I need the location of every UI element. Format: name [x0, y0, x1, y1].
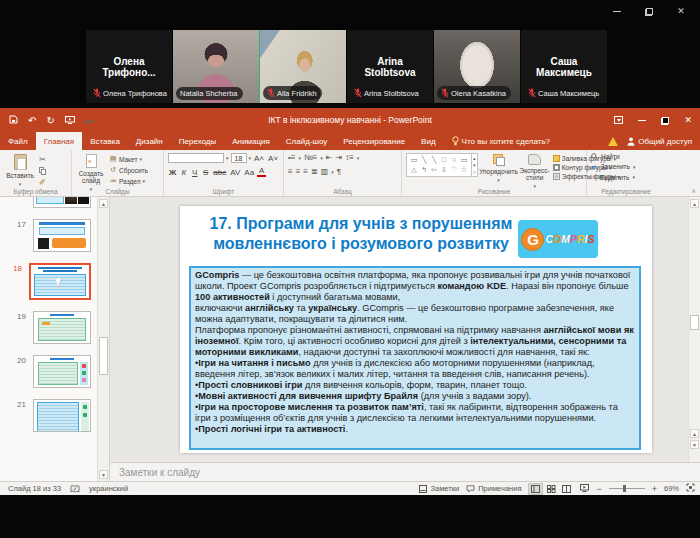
tab-Вставка[interactable]: Вставка [82, 132, 128, 150]
replace-button[interactable]: ab Заменить▾ [591, 163, 635, 170]
undo-icon[interactable]: ↶ [28, 115, 36, 126]
tab-Дизайн[interactable]: Дизайн [128, 132, 171, 150]
font-color-icon[interactable]: А [257, 167, 266, 177]
italic-icon[interactable]: К [179, 168, 188, 177]
shape-icon[interactable]: ⇦ [429, 165, 439, 175]
tab-Файл[interactable]: Файл [0, 132, 36, 150]
participant-tile[interactable]: Олена Трифоно...Олена Трифонова [86, 30, 173, 103]
columns-icon[interactable]: ▥ [321, 167, 329, 176]
font-size-input[interactable]: 18 [231, 153, 247, 163]
text-shadow-icon[interactable]: S [201, 168, 210, 177]
section-button[interactable]: ≔Раздел▾ [109, 177, 148, 185]
bullets-icon[interactable]: •≡ [288, 153, 295, 162]
strikethrough-icon[interactable]: abc [212, 168, 227, 177]
customize-qat-icon[interactable]: ▬▾ [85, 117, 94, 124]
shape-icon[interactable]: ↰ [419, 165, 429, 175]
slide-body-textbox[interactable]: GCompris — це безкоштовна освітня платфо… [189, 266, 641, 450]
shape-icon[interactable]: ☆ [459, 165, 469, 175]
notes-toggle[interactable]: Заметки [419, 484, 459, 493]
format-painter-icon[interactable]: ✐ [39, 178, 47, 187]
close-icon[interactable]: ✕ [674, 6, 688, 16]
decrease-indent-icon[interactable]: ⇤ [326, 153, 333, 162]
slide-thumbnail-21[interactable]: 21 [0, 399, 91, 432]
zoom-slider[interactable] [609, 488, 645, 489]
align-center-icon[interactable]: ≡ [296, 167, 301, 176]
find-button[interactable]: Найти [591, 153, 620, 160]
tell-me-box[interactable]: Что вы хотите сделать? [444, 132, 558, 150]
participant-tile[interactable]: Саша МаксимецьСаша Максимець [521, 30, 608, 103]
reading-view-icon[interactable] [560, 484, 573, 494]
ribbon-display-options-icon[interactable] [614, 116, 623, 124]
fit-slide-icon[interactable] [686, 483, 695, 494]
select-button[interactable]: ▻ Выделить▾ [591, 173, 635, 181]
shape-icon[interactable]: ▭ [459, 155, 469, 165]
next-slide-icon[interactable]: ▼ [690, 440, 699, 449]
previous-slide-icon[interactable]: ▲ [690, 429, 699, 438]
char-spacing-icon[interactable]: AV [229, 168, 241, 177]
comments-toggle[interactable]: Примечания [466, 484, 521, 493]
reset-button[interactable]: ↺Сбросить [109, 166, 148, 174]
tab-Анимация[interactable]: Анимация [224, 132, 278, 150]
slide-title[interactable]: 17. Програми для учнів з порушенням мовл… [196, 214, 526, 254]
underline-icon[interactable]: Ч [190, 168, 199, 177]
spell-check-icon[interactable] [70, 485, 80, 493]
justify-icon[interactable]: ≣ [311, 167, 318, 176]
zoom-slider-thumb[interactable] [623, 485, 626, 492]
tab-Переходы[interactable]: Переходы [171, 132, 225, 150]
tab-Слайд-шоу[interactable]: Слайд-шоу [278, 132, 335, 150]
quick-styles-button[interactable]: Экспресс-стили▾ [520, 153, 550, 190]
shape-icon[interactable]: ○ [449, 155, 459, 165]
warning-icon[interactable] [608, 137, 618, 146]
scrollbar-thumb[interactable] [690, 315, 699, 330]
notes-pane[interactable]: Заметки к слайду [110, 462, 700, 481]
tab-Вид[interactable]: Вид [413, 132, 443, 150]
text-direction-icon[interactable]: ¶ [337, 167, 341, 176]
cut-icon[interactable]: ✂ [39, 155, 47, 164]
zoom-out-icon[interactable]: − [596, 485, 601, 493]
paste-button[interactable]: Вставить▾ [4, 153, 36, 188]
slide-scrollbar[interactable]: ▲ ▲ ▼ [688, 197, 700, 462]
restore-icon[interactable] [642, 6, 656, 16]
slide-thumbnail-20[interactable]: 20 [0, 355, 91, 388]
copy-icon[interactable] [39, 167, 47, 175]
shape-icon[interactable]: ╲ [419, 155, 429, 165]
participant-tile[interactable]: Alla Fridrikh [260, 30, 347, 103]
slide-thumbnail-17[interactable]: 17 [0, 219, 91, 252]
save-icon[interactable] [9, 115, 18, 126]
scroll-up-icon[interactable]: ▲ [690, 199, 699, 208]
shapes-gallery-scroll[interactable]: ▴▾▿ [472, 153, 478, 177]
minimize-icon[interactable] [638, 115, 646, 125]
language-indicator[interactable]: украинский [89, 484, 128, 493]
restore-icon[interactable] [661, 115, 669, 125]
grow-font-icon[interactable]: A˄ [253, 154, 265, 163]
zoom-in-icon[interactable]: + [652, 485, 657, 493]
align-left-icon[interactable]: ≡ [288, 167, 293, 176]
increase-indent-icon[interactable]: ⇥ [335, 153, 342, 162]
slide-thumbnail-19[interactable]: 19 [0, 311, 91, 344]
font-name-input[interactable] [168, 153, 224, 163]
close-icon[interactable]: ✕ [684, 115, 692, 125]
slide-sorter-view-icon[interactable] [545, 484, 558, 494]
change-case-icon[interactable]: Аа [243, 168, 255, 177]
slideshow-view-icon[interactable] [580, 484, 589, 494]
align-right-icon[interactable]: ≡ [303, 167, 308, 176]
shape-icon[interactable]: □ [439, 155, 449, 165]
arrange-button[interactable]: Упорядочить▾ [481, 153, 517, 184]
collapse-ribbon-icon[interactable]: ∧ [692, 187, 696, 194]
zoom-level[interactable]: 69% [664, 484, 679, 493]
numbering-icon[interactable]: №≡ [304, 153, 317, 162]
slide-thumbnail[interactable] [0, 197, 91, 208]
participant-tile[interactable]: Natalia Shcherba [173, 30, 260, 103]
shapes-gallery[interactable]: ▭╲╲□○▭△↰⇦⇩♡☆ [406, 153, 472, 177]
line-spacing-icon[interactable]: ↕≡ [345, 153, 354, 162]
tab-Рецензирование[interactable]: Рецензирование [335, 132, 413, 150]
shape-icon[interactable]: ♡ [449, 165, 459, 175]
scroll-down-icon[interactable]: ▼ [99, 470, 108, 479]
slide-canvas[interactable]: 17. Програми для учнів з порушенням мовл… [180, 206, 652, 453]
thumbnail-scrollbar[interactable]: ▲ ▼ [97, 197, 109, 481]
new-slide-button[interactable]: Создать слайд▾ [76, 153, 106, 193]
shrink-font-icon[interactable]: A˅ [267, 154, 279, 163]
scroll-up-icon[interactable]: ▲ [99, 199, 108, 208]
share-button[interactable]: Общий доступ [627, 137, 692, 146]
participant-tile[interactable]: Arina StolbtsovaArina Stolbtsova [347, 30, 434, 103]
